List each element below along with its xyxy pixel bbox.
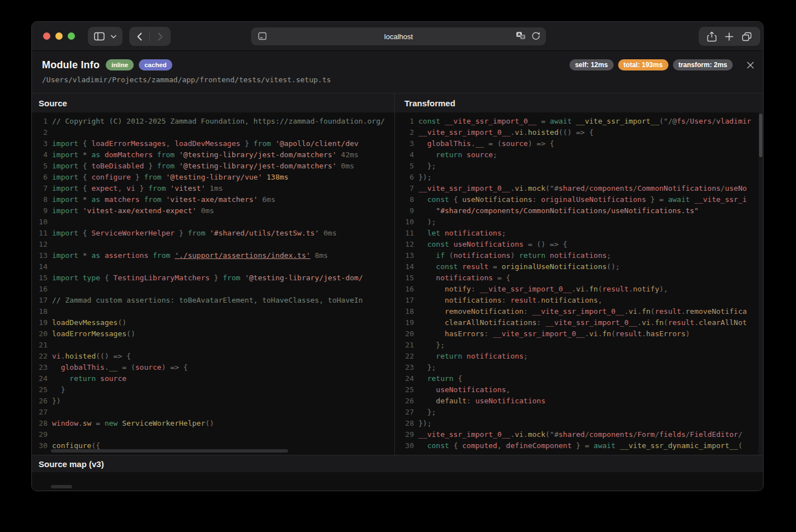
line-number: 10 <box>395 216 414 228</box>
line-number: 17 <box>32 295 48 306</box>
transformed-scrollbar-thumb[interactable] <box>759 114 762 157</box>
code-line: 5import { toBeDisabled } from '@testing-… <box>32 161 394 172</box>
code-line: 13 if (notifications) return notificatio… <box>395 250 763 261</box>
code-line: 30 const { computed, defineComponent } =… <box>395 440 763 451</box>
code-line: 8 const { useNotifications: originalUseN… <box>395 194 763 205</box>
back-button[interactable] <box>129 27 149 46</box>
code-line: 7import { expect, vi } from 'vitest' 1ms <box>32 183 394 194</box>
sidebar-toggle-button[interactable] <box>88 27 123 46</box>
line-number: 26 <box>395 396 414 407</box>
code-line: 28}); <box>395 418 763 429</box>
code-line: 5 }; <box>395 161 763 172</box>
code-line: 21 }; <box>395 340 763 351</box>
line-number: 20 <box>395 328 414 340</box>
code-line: 19loadDevMessages() <box>32 317 394 328</box>
translate-icon[interactable] <box>516 31 526 40</box>
code-line: 18 removeNotification: __vite_ssr_import… <box>395 306 763 317</box>
source-pane-header: Source <box>32 93 394 112</box>
sourcemap-line: 1 AAMA;AAeA,yBAAG,QAAQ,MAAM;AACf,aAAW,KA… <box>32 472 763 484</box>
sourcemap-horizontal-scrollbar[interactable] <box>51 485 72 488</box>
line-number: 21 <box>32 340 48 351</box>
code-panes: Source 1// Copyright (C) 2012-2025 Zamma… <box>32 93 763 455</box>
line-number: 16 <box>395 284 414 295</box>
line-number: 28 <box>32 418 48 429</box>
close-icon <box>746 61 755 69</box>
code-line: 24 return source <box>32 373 394 384</box>
code-line: 6import { configure } from '@testing-lib… <box>32 172 394 183</box>
code-line: 16 <box>32 284 394 295</box>
sourcemap-section: Source map (v3) 1 AAMA;AAeA,yBAAG,QAAQ,M… <box>32 455 763 491</box>
window-minimize-button[interactable] <box>55 32 63 40</box>
line-number: 29 <box>32 429 48 440</box>
code-line: 9import 'vitest-axe/extend-expect' 0ms <box>32 205 394 216</box>
line-number: 25 <box>395 384 414 396</box>
new-tab-icon[interactable] <box>725 32 733 41</box>
code-line: 23 }; <box>395 362 763 373</box>
source-code[interactable]: 1// Copyright (C) 2012-2025 Zammad Found… <box>32 112 394 455</box>
code-line: 17 notifications: result.notifications, <box>395 295 763 306</box>
line-number: 30 <box>32 440 48 451</box>
module-badge: cached <box>139 59 172 70</box>
line-number: 3 <box>395 138 414 149</box>
chevron-down-icon <box>111 35 116 39</box>
reload-icon[interactable] <box>531 31 540 40</box>
module-link[interactable]: './support/assertions/index.ts' <box>175 251 310 260</box>
window-zoom-button[interactable] <box>68 32 75 40</box>
source-horizontal-scrollbar[interactable] <box>51 449 288 453</box>
code-line: 15 notifications = { <box>395 272 763 284</box>
line-number: 19 <box>32 317 48 328</box>
line-number: 8 <box>32 194 48 205</box>
window-close-button[interactable] <box>43 32 50 40</box>
share-icon[interactable] <box>707 31 717 42</box>
module-badge: inline <box>106 59 134 70</box>
line-number: 1 <box>395 116 414 127</box>
line-number: 22 <box>395 351 414 362</box>
code-line: 1// Copyright (C) 2012-2025 Zammad Found… <box>32 116 394 127</box>
code-line: 27 <box>32 407 394 418</box>
module-stat-badge: transform: 2ms <box>673 59 733 70</box>
code-line: 10 <box>32 216 394 228</box>
line-number: 4 <box>395 149 414 161</box>
code-line: 25 useNotifications, <box>395 384 763 396</box>
code-line: 21 <box>32 340 394 351</box>
page-icon <box>258 32 267 40</box>
line-number: 24 <box>395 373 414 384</box>
line-number: 23 <box>395 362 414 373</box>
line-number: 20 <box>32 328 48 340</box>
line-number: 2 <box>395 127 414 138</box>
code-line: 28window.sw = new ServiceWorkerHelper() <box>32 418 394 429</box>
line-number: 13 <box>32 250 48 261</box>
line-number: 6 <box>395 172 414 183</box>
close-button[interactable] <box>745 60 755 70</box>
code-line: 25 } <box>32 384 394 396</box>
transformed-pane-header: Transformed <box>395 93 763 112</box>
line-number: 27 <box>32 407 48 418</box>
toolbar-actions <box>699 27 760 46</box>
code-line: 7__vite_ssr_import_0__.vi.mock("#shared/… <box>395 183 763 194</box>
browser-toolbar: localhost <box>32 22 763 51</box>
screen: localhost <box>0 0 796 532</box>
line-number: 13 <box>395 250 414 261</box>
code-line: 4 return source; <box>395 149 763 161</box>
line-number: 1 <box>32 116 48 127</box>
sourcemap-header: Source map (v3) <box>32 455 763 472</box>
code-line: 16 notify: __vite_ssr_import_0__.vi.fn(r… <box>395 284 763 295</box>
code-line: 22vi.hoisted(() => { <box>32 351 394 362</box>
transformed-code[interactable]: 1const __vite_ssr_import_0__ = await __v… <box>395 112 763 455</box>
code-line: 12 const useNotifications = () => { <box>395 239 763 250</box>
line-number: 3 <box>32 138 48 149</box>
code-line: 23 globalThis.__ = (source) => { <box>32 362 394 373</box>
line-number: 27 <box>395 407 414 418</box>
forward-button[interactable] <box>150 27 170 46</box>
code-line: 2 <box>32 127 394 138</box>
code-line: 14 <box>32 261 394 272</box>
code-line: 13import * as assertions from './support… <box>32 250 394 261</box>
code-line: 1const __vite_ssr_import_0__ = await __v… <box>395 116 763 127</box>
line-number: 24 <box>32 373 48 384</box>
module-stat-badge: self: 12ms <box>569 59 614 70</box>
line-number: 7 <box>32 183 48 194</box>
code-line: 4import * as domMatchers from '@testing-… <box>32 149 394 161</box>
address-bar[interactable]: localhost <box>251 27 546 45</box>
code-line: 27 }; <box>395 407 763 418</box>
tabs-overview-icon[interactable] <box>742 32 752 41</box>
